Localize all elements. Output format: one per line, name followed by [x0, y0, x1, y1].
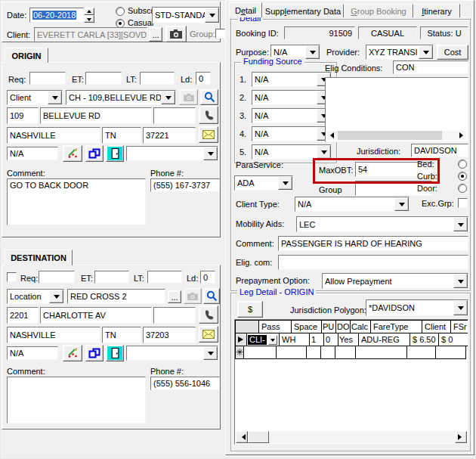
- fare-dollar-button[interactable]: $: [237, 301, 263, 318]
- dest-door-button[interactable]: [106, 345, 124, 361]
- origin-addr-search-combo[interactable]: CH - 109,BELLEVUE RD,NA: [66, 90, 176, 105]
- spin-down-button[interactable]: [84, 15, 94, 23]
- dest-ld-input[interactable]: 0: [200, 271, 215, 284]
- dest-addr-mode-combo[interactable]: Location: [7, 289, 64, 304]
- dropdown-arrow-button[interactable]: [317, 145, 331, 159]
- dest-phone-button[interactable]: [199, 305, 218, 324]
- funding-2-combo[interactable]: N/A: [252, 90, 332, 105]
- origin-phone-input[interactable]: (555) 167-3737: [150, 178, 220, 192]
- cost-button[interactable]: Cost: [437, 45, 468, 60]
- client-photo-button[interactable]: [165, 26, 187, 42]
- leg-grid[interactable]: Pass Space PU DO Calc FareType Client FS…: [234, 319, 468, 445]
- origin-unit-input[interactable]: N/A: [7, 147, 58, 160]
- grid-new-row-selector[interactable]: ✳: [236, 346, 244, 359]
- origin-lt-input[interactable]: [140, 72, 175, 85]
- origin-addr-mode-combo[interactable]: Client: [7, 90, 63, 105]
- door-radio[interactable]: [458, 184, 467, 193]
- tab-detail[interactable]: Detail: [229, 2, 262, 17]
- bed-radio[interactable]: [458, 160, 467, 169]
- dest-overlap-button[interactable]: [85, 345, 104, 361]
- dropdown-arrow-button[interactable]: [419, 45, 433, 59]
- grid-cell-calc[interactable]: Yes: [338, 333, 359, 346]
- detail-comment-input[interactable]: PASSENGER IS HARD OF HEARING: [278, 236, 468, 251]
- grid-data-row[interactable]: CLI- WH 1 0 Yes ADU-REG $ 6.50 $ 0: [236, 333, 468, 346]
- scroll-track[interactable]: [269, 431, 455, 443]
- grid-cell-client[interactable]: $ 6.50: [410, 333, 439, 346]
- origin-apt-input[interactable]: [153, 107, 196, 124]
- grid-cell-space[interactable]: WH: [280, 333, 310, 346]
- dropdown-arrow-button[interactable]: [453, 274, 468, 288]
- pass-dropdown-button[interactable]: [268, 335, 277, 345]
- origin-ld-input[interactable]: 0: [196, 72, 211, 85]
- scroll-left-icon[interactable]: [327, 132, 334, 138]
- dest-comment-textarea[interactable]: [7, 377, 146, 423]
- dest-search-button[interactable]: [203, 288, 220, 304]
- excgrp-checkbox[interactable]: [458, 198, 468, 208]
- dest-map-button[interactable]: [63, 345, 82, 361]
- grid-empty-cell[interactable]: [436, 346, 466, 359]
- origin-street-name-input[interactable]: BELLEVUE RD: [40, 107, 152, 124]
- funding-5-combo[interactable]: N/A: [252, 144, 332, 160]
- dropdown-arrow-button[interactable]: [453, 217, 468, 231]
- tab-destination[interactable]: DESTINATION: [5, 250, 73, 265]
- dest-mail-button[interactable]: [199, 326, 218, 343]
- grid-cell-pass[interactable]: CLI-: [247, 333, 280, 346]
- funding-1-combo[interactable]: N/A: [252, 72, 332, 87]
- origin-state-input[interactable]: TN: [102, 127, 141, 144]
- subscr-radio[interactable]: [116, 7, 125, 16]
- date-input[interactable]: 06-20-2018: [29, 8, 84, 23]
- grid-empty-cell[interactable]: [407, 346, 436, 359]
- grid-cell-do[interactable]: 0: [324, 333, 338, 346]
- funding-4-combo[interactable]: N/A: [252, 126, 332, 141]
- origin-overlap-button[interactable]: [85, 145, 104, 162]
- dest-lt-input[interactable]: [147, 271, 182, 284]
- elig-com-input[interactable]: [278, 255, 468, 270]
- spin-up-button[interactable]: [84, 8, 94, 15]
- prepayment-combo[interactable]: Allow Prepayment: [322, 273, 468, 289]
- client-type-combo[interactable]: N/A: [295, 197, 410, 212]
- grid-new-row[interactable]: ✳: [236, 346, 468, 359]
- dest-req-input[interactable]: [39, 271, 75, 284]
- grid-cell-pu[interactable]: 1: [310, 333, 324, 346]
- grid-empty-cell[interactable]: [277, 346, 307, 359]
- dest-apt-input[interactable]: [153, 307, 196, 324]
- dropdown-arrow-button[interactable]: [203, 346, 218, 360]
- dropdown-arrow-button[interactable]: [305, 45, 320, 59]
- scroll-right-button[interactable]: [455, 431, 467, 443]
- dropdown-arrow-button[interactable]: [278, 176, 292, 190]
- dest-city-input[interactable]: NASHVILLE: [7, 327, 100, 343]
- origin-phone-button[interactable]: [199, 106, 218, 124]
- mobility-aids-combo[interactable]: LEC: [296, 216, 468, 232]
- tab-itinerary[interactable]: Itinerary: [413, 4, 460, 17]
- origin-mail-button[interactable]: [199, 126, 218, 143]
- scroll-thumb[interactable]: [338, 131, 442, 140]
- scroll-left-button[interactable]: [236, 431, 248, 443]
- dropdown-arrow-button[interactable]: [453, 300, 468, 315]
- scroll-right-icon[interactable]: [459, 132, 466, 138]
- dest-browse-button[interactable]: ...: [168, 290, 181, 303]
- dest-landmark-combo[interactable]: [126, 346, 218, 361]
- dest-et-input[interactable]: [94, 271, 129, 284]
- date-spinner[interactable]: [84, 8, 94, 23]
- paraservice-combo[interactable]: ADA: [234, 175, 293, 191]
- dest-zip-input[interactable]: 37203: [143, 327, 196, 343]
- dest-phone-input[interactable]: (555) 556-1046: [150, 377, 220, 390]
- dropdown-arrow-button[interactable]: [205, 8, 219, 23]
- dest-street-no-input[interactable]: 2201: [7, 307, 39, 324]
- dropdown-arrow-button[interactable]: [161, 91, 175, 104]
- origin-zip-input[interactable]: 37221: [143, 127, 196, 144]
- booking-type-combo[interactable]: STD-STANDA: [152, 7, 220, 23]
- origin-req-input[interactable]: [29, 72, 66, 85]
- grid-hscrollbar[interactable]: [236, 431, 467, 443]
- origin-map-button[interactable]: [63, 145, 82, 162]
- grid-empty-cell[interactable]: [356, 346, 407, 359]
- origin-et-input[interactable]: [85, 72, 122, 85]
- scroll-thumb[interactable]: [248, 431, 269, 443]
- dropdown-arrow-button[interactable]: [48, 91, 62, 104]
- group-checkbox[interactable]: [215, 29, 225, 39]
- grid-empty-cell[interactable]: [307, 346, 321, 359]
- origin-door-button[interactable]: [106, 145, 124, 162]
- client-browse-button[interactable]: ...: [149, 27, 162, 42]
- elig-conditions-listbox[interactable]: [325, 77, 468, 142]
- grid-empty-cell[interactable]: [335, 346, 356, 359]
